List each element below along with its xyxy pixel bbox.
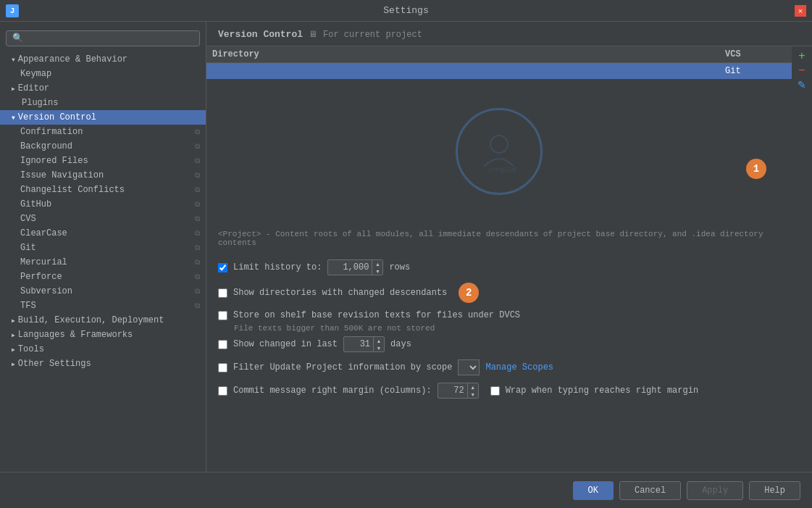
limit-history-up[interactable]: ▲ (372, 260, 382, 267)
copy-icon: ⧉ (195, 273, 200, 281)
sidebar-item-version-control[interactable]: ▼Version Control (0, 110, 206, 125)
sidebar-item-appearance[interactable]: ▼Appearance & Behavior (0, 52, 206, 67)
wrap-margin-checkbox[interactable] (490, 386, 500, 396)
limit-history-label[interactable]: Limit history to: (233, 262, 322, 272)
app-icon: J (6, 4, 19, 17)
limit-history-down[interactable]: ▼ (372, 267, 382, 275)
sidebar-item-label: Tools (18, 344, 44, 354)
copy-icon: ⧉ (195, 230, 200, 238)
vcs-table-area: Directory VCS Git (206, 46, 812, 224)
limit-history-input[interactable] (328, 262, 372, 272)
sidebar-item-github[interactable]: GitHub⧉ (0, 197, 206, 212)
commit-margin-label[interactable]: Commit message right margin (columns): (233, 386, 432, 396)
show-changed-checkbox[interactable] (218, 340, 227, 349)
help-button[interactable]: Help (749, 481, 800, 500)
copy-icon: ⧉ (195, 302, 200, 310)
copy-icon: ⧉ (195, 215, 200, 223)
copy-icon: ⧉ (195, 128, 200, 136)
cancel-button[interactable]: Cancel (619, 481, 681, 500)
commit-margin-input-wrapper: ▲ ▼ (438, 383, 479, 399)
sidebar-item-perforce[interactable]: Perforce⧉ (0, 270, 206, 284)
sidebar-item-label: Appearance & Behavior (18, 54, 127, 64)
svg-point-0 (490, 136, 508, 153)
limit-history-suffix: rows (389, 262, 410, 272)
arrow-icon: ▶ (12, 361, 15, 367)
sidebar-item-label: Issue Navigation (20, 170, 104, 180)
sidebar-item-label: Confirmation (20, 127, 83, 137)
show-dirs-checkbox[interactable] (218, 288, 227, 298)
copy-icon: ⧉ (195, 244, 200, 252)
commit-margin-up[interactable]: ▲ (468, 383, 478, 391)
copy-icon: ⧉ (195, 186, 200, 194)
show-changed-up[interactable]: ▲ (374, 337, 384, 344)
sidebar-item-tools[interactable]: ▶Tools (0, 342, 206, 357)
sidebar: ▼Appearance & BehaviorKeymap▶EditorPlugi… (0, 22, 206, 472)
sidebar-item-label: Mercurial (20, 257, 67, 267)
filter-update-label[interactable]: Filter Update Project information by sco… (233, 362, 452, 372)
sidebar-item-label: TFS (20, 301, 36, 311)
sidebar-item-editor[interactable]: ▶Editor (0, 81, 206, 96)
dialog-title: Settings (383, 5, 428, 16)
sidebar-item-label: Background (20, 141, 72, 151)
add-vcs-button[interactable]: + (795, 49, 808, 62)
sidebar-item-label: Ignored Files (20, 156, 88, 166)
sidebar-item-git[interactable]: Git⧉ (0, 241, 206, 255)
ok-button[interactable]: OK (573, 481, 614, 500)
commit-margin-input[interactable] (438, 386, 467, 396)
show-dirs-label[interactable]: Show directories with changed descendant… (233, 288, 447, 298)
search-input[interactable] (6, 30, 200, 46)
title-bar-left: J (6, 4, 19, 17)
sidebar-item-background[interactable]: Background⧉ (0, 139, 206, 154)
sidebar-item-ignored-files[interactable]: Ignored Files⧉ (0, 154, 206, 168)
sidebar-item-mercurial[interactable]: Mercurial⧉ (0, 255, 206, 270)
sidebar-item-label: Plugins (22, 98, 58, 108)
show-changed-row: Show changed in last ▲ ▼ days (218, 333, 800, 356)
store-shelf-checkbox[interactable] (218, 311, 227, 320)
arrow-icon: ▼ (12, 57, 15, 63)
limit-history-checkbox[interactable] (218, 263, 227, 272)
sidebar-item-cvs[interactable]: CVS⧉ (0, 212, 206, 226)
svg-text:小牛知识库: 小牛知识库 (488, 167, 517, 173)
close-button[interactable]: × (795, 5, 806, 17)
table-row[interactable]: Git (206, 63, 792, 80)
sidebar-item-label: Perforce (20, 272, 62, 282)
show-changed-down[interactable]: ▼ (374, 344, 384, 351)
sidebar-item-clearcase[interactable]: ClearCase⧉ (0, 226, 206, 241)
commit-margin-checkbox[interactable] (218, 386, 227, 396)
col-vcs: VCS (719, 46, 792, 63)
show-changed-input[interactable] (344, 339, 373, 349)
sidebar-item-changelist-conflicts[interactable]: Changelist Conflicts⧉ (0, 183, 206, 197)
filter-scope-dropdown[interactable] (458, 359, 480, 375)
watermark: 小牛知识库 (456, 108, 543, 195)
sidebar-item-keymap[interactable]: Keymap (0, 67, 206, 81)
sidebar-item-languages[interactable]: ▶Languages & Frameworks (0, 328, 206, 342)
limit-history-input-wrapper: ▲ ▼ (327, 259, 383, 275)
sidebar-item-other[interactable]: ▶Other Settings (0, 357, 206, 371)
sidebar-item-build[interactable]: ▶Build, Execution, Deployment (0, 313, 206, 328)
remove-vcs-button[interactable]: − (795, 64, 808, 77)
copy-icon: ⧉ (195, 143, 200, 151)
show-changed-suffix: days (390, 339, 411, 349)
sidebar-item-plugins[interactable]: Plugins (0, 96, 206, 110)
sidebar-item-label: GitHub (20, 199, 51, 209)
sidebar-item-issue-navigation[interactable]: Issue Navigation⧉ (0, 168, 206, 183)
sidebar-item-label: CVS (20, 214, 36, 224)
table-action-buttons: + − ✎ (792, 46, 812, 224)
content-subtitle: For current project (323, 30, 422, 40)
store-shelf-label[interactable]: Store on shelf base revision texts for f… (233, 310, 520, 320)
sidebar-item-tfs[interactable]: TFS⧉ (0, 299, 206, 313)
wrap-margin-label[interactable]: Wrap when typing reaches right margin (506, 386, 698, 396)
show-dirs-row: Show directories with changed descendant… (218, 279, 800, 307)
sidebar-item-confirmation[interactable]: Confirmation⧉ (0, 125, 206, 139)
commit-margin-down[interactable]: ▼ (468, 391, 478, 398)
sidebar-item-label: Build, Execution, Deployment (18, 315, 164, 325)
sidebar-item-subversion[interactable]: Subversion⧉ (0, 284, 206, 299)
edit-vcs-button[interactable]: ✎ (795, 78, 808, 91)
manage-scopes-link[interactable]: Manage Scopes (485, 362, 553, 372)
show-changed-label[interactable]: Show changed in last (233, 339, 338, 349)
apply-button[interactable]: Apply (687, 481, 743, 500)
content-body: Directory VCS Git (206, 46, 812, 472)
filter-update-checkbox[interactable] (218, 363, 227, 372)
sidebar-item-label: Git (20, 243, 36, 253)
description-text: <Project> - Content roots of all modules… (206, 224, 812, 253)
